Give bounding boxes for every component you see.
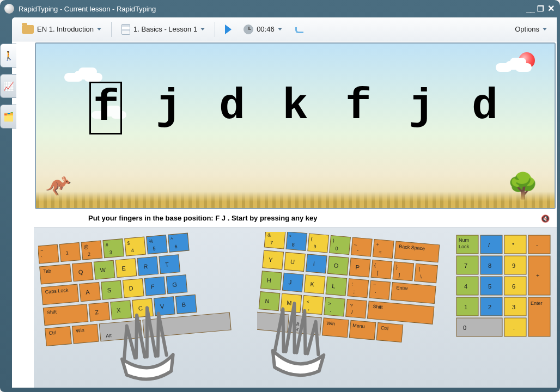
typing-char: f — [89, 82, 122, 134]
play-button[interactable] — [221, 21, 236, 38]
svg-text:C: C — [138, 305, 143, 312]
svg-rect-85 — [284, 252, 306, 271]
client-area: EN 1. Introduction 1. Basics - Lesson 1 … — [12, 17, 557, 388]
cloud-icon — [506, 61, 522, 70]
svg-text:Num: Num — [459, 237, 469, 243]
svg-text:5: 5 — [488, 283, 491, 290]
svg-text:7: 7 — [464, 262, 467, 269]
svg-text:~: ~ — [40, 248, 44, 253]
grass-decor — [36, 192, 555, 208]
svg-text:Enter: Enter — [396, 285, 408, 291]
numpad: NumLock / * - 7 8 9 4 5 6 + 1 2 3 0 . En… — [454, 232, 552, 388]
timer-selector[interactable]: 00:46 — [239, 21, 287, 38]
keyboard-left: ~` 1 @2 #3 $4 %5 ^6 Tab Q W E R T Caps L… — [38, 232, 245, 388]
keyboard-area: ~` 1 @2 #3 $4 %5 ^6 Tab Q W E R T Caps L… — [34, 228, 557, 388]
svg-text:G: G — [172, 281, 178, 288]
svg-rect-26 — [115, 259, 137, 278]
svg-rect-91 — [349, 258, 370, 277]
course-selector[interactable]: EN 1. Introduction — [17, 21, 106, 38]
svg-text:N: N — [265, 297, 270, 304]
svg-rect-58 — [72, 324, 99, 344]
svg-text:1: 1 — [65, 250, 69, 255]
svg-rect-3 — [59, 243, 81, 262]
repeat-arrow-icon — [294, 26, 304, 33]
svg-text:Z: Z — [95, 309, 99, 316]
svg-text:5: 5 — [153, 246, 156, 251]
svg-rect-104 — [282, 273, 303, 292]
svg-text:Menu: Menu — [352, 323, 365, 329]
svg-rect-11 — [125, 237, 146, 256]
svg-text:Enter: Enter — [531, 301, 543, 306]
svg-text:&: & — [267, 232, 271, 237]
svg-text:Tab: Tab — [43, 268, 51, 274]
svg-text:S: S — [107, 287, 111, 294]
mute-icon[interactable]: 🔇 — [539, 212, 551, 224]
svg-text:8: 8 — [291, 242, 295, 247]
svg-text:2: 2 — [88, 252, 91, 257]
svg-rect-56 — [45, 327, 72, 346]
svg-text:?: ? — [350, 303, 353, 308]
svg-text:+: + — [376, 242, 379, 247]
hint-bar: Put your fingers in the base position: F… — [34, 209, 557, 228]
svg-text:6: 6 — [512, 283, 515, 290]
svg-text:W: W — [100, 266, 106, 273]
document-icon — [121, 24, 130, 35]
svg-text:P: P — [355, 264, 360, 271]
window-close-button[interactable] — [547, 3, 555, 14]
svg-rect-148 — [504, 235, 526, 254]
svg-text:Win: Win — [326, 320, 335, 326]
tab-documents[interactable]: 🗂️ — [0, 105, 16, 128]
svg-text:3: 3 — [512, 304, 515, 310]
tab-lesson[interactable]: 🚶 — [0, 44, 16, 68]
svg-rect-20 — [40, 264, 72, 284]
svg-text:J: J — [288, 279, 292, 285]
svg-text:M: M — [287, 299, 292, 307]
typing-char: j — [405, 82, 438, 134]
svg-text:4: 4 — [131, 248, 134, 253]
svg-rect-48 — [111, 301, 132, 320]
chevron-down-icon — [200, 28, 205, 30]
typing-char: k — [279, 82, 312, 134]
app-window: RapidTyping - Current lesson - RapidTypi… — [0, 0, 560, 392]
svg-text:.: . — [513, 324, 515, 331]
hint-text: Put your fingers in the base position: F… — [88, 214, 317, 222]
typing-char: j — [153, 82, 185, 134]
svg-rect-87 — [306, 254, 327, 273]
svg-rect-40 — [144, 277, 166, 296]
scene: 🦘 🌳 f j d k f j d — [35, 42, 556, 209]
toolbar: EN 1. Introduction 1. Basics - Lesson 1 … — [12, 17, 557, 41]
svg-rect-30 — [159, 255, 180, 274]
svg-text:4: 4 — [464, 283, 467, 290]
svg-rect-83 — [263, 250, 284, 270]
tab-statistics[interactable]: 📈 — [0, 74, 16, 98]
toolbar-separator — [111, 22, 112, 37]
svg-text:3: 3 — [109, 249, 112, 255]
stage-wrap: 🦘 🌳 f j d k f j d Put your fingers in th… — [34, 41, 557, 388]
window-minimize-button[interactable] — [526, 4, 534, 14]
svg-rect-108 — [326, 277, 347, 296]
window-title: RapidTyping - Current lesson - RapidTypi… — [19, 5, 156, 13]
svg-text:F: F — [150, 283, 155, 290]
svg-text:9: 9 — [512, 262, 515, 269]
svg-rect-54 — [175, 295, 197, 314]
window-maximize-button[interactable] — [537, 4, 544, 14]
chart-line-icon: 📈 — [3, 81, 14, 91]
lesson-selector[interactable]: 1. Basics - Lesson 1 — [117, 21, 209, 38]
app-icon — [4, 4, 14, 14]
svg-rect-128 — [346, 299, 367, 318]
svg-rect-106 — [304, 275, 325, 294]
svg-text:H: H — [266, 277, 271, 284]
svg-rect-150 — [528, 235, 550, 254]
repeat-button[interactable] — [290, 21, 308, 38]
svg-rect-99 — [415, 264, 438, 283]
keyboard-right: &7 *8 (9 )0 _- += Back Space Y U I O P {… — [257, 232, 442, 388]
svg-text:@: @ — [83, 244, 89, 250]
options-menu[interactable]: Options — [510, 21, 551, 38]
folder-icon — [22, 25, 34, 34]
svg-text:Win: Win — [76, 327, 84, 333]
svg-text:Q: Q — [78, 268, 83, 275]
svg-text:O: O — [333, 262, 339, 269]
svg-text:%: % — [149, 238, 154, 244]
lesson-label: 1. Basics - Lesson 1 — [133, 25, 197, 33]
titlebar: RapidTyping - Current lesson - RapidTypi… — [0, 0, 560, 17]
